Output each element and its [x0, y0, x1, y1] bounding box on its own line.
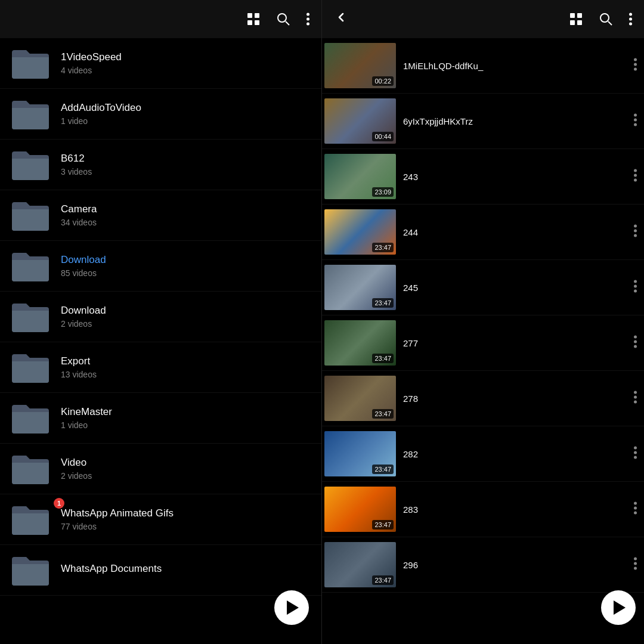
folder-item-whatsappgifs[interactable]: 1 WhatsApp Animated Gifs 77 videos: [0, 494, 321, 545]
video-item-v6[interactable]: 23:47 277: [322, 315, 644, 371]
svg-rect-1: [255, 13, 259, 18]
folder-info: Download 2 videos: [61, 305, 312, 329]
video-more-btn[interactable]: [631, 552, 639, 578]
folder-info: Download 85 videos: [61, 254, 312, 278]
video-name: 277: [403, 338, 631, 348]
folder-item-download2[interactable]: Download 2 videos: [0, 292, 321, 342]
video-item-v1[interactable]: 00:22 1MiELhLQD-ddfKu_: [322, 38, 644, 94]
video-thumbnail: 23:47: [324, 209, 396, 255]
back-button[interactable]: [332, 8, 351, 30]
folder-item-whatsappdocs[interactable]: WhatsApp Documents: [0, 545, 321, 596]
video-item-v9[interactable]: 23:47 283: [322, 482, 644, 537]
video-item-v2[interactable]: 00:44 6yIxTxpjjdHKxTrz: [322, 94, 644, 149]
video-name: 245: [403, 283, 631, 293]
folder-name: Camera: [61, 203, 312, 215]
folder-item-camera[interactable]: Camera 34 videos: [0, 190, 321, 241]
duration-badge: 23:47: [372, 409, 394, 419]
folder-count: 2 videos: [61, 471, 312, 481]
svg-point-37: [634, 395, 637, 398]
folder-name: WhatsApp Documents: [61, 563, 312, 575]
video-more-btn[interactable]: [631, 441, 639, 467]
folder-icon: [10, 451, 51, 487]
video-thumbnail: 23:47: [324, 376, 396, 421]
duration-badge: 23:47: [372, 465, 394, 474]
video-more-btn[interactable]: [631, 109, 639, 134]
video-item-v7[interactable]: 23:47 278: [322, 371, 644, 426]
folder-name: Download: [61, 254, 312, 266]
duration-badge: 23:47: [372, 243, 394, 252]
left-search-btn[interactable]: [274, 10, 292, 28]
folder-icon: [10, 299, 51, 335]
folder-count: 1 video: [61, 116, 312, 126]
folder-icon-wrapper: [10, 248, 61, 284]
folder-info: B612 3 videos: [61, 153, 312, 177]
svg-point-28: [634, 229, 637, 232]
svg-point-20: [634, 67, 637, 70]
video-more-btn[interactable]: [631, 497, 639, 522]
right-play-fab[interactable]: [601, 590, 636, 625]
left-play-fab[interactable]: [274, 590, 309, 625]
svg-point-43: [634, 506, 637, 509]
video-item-v4[interactable]: 23:47 244: [322, 205, 644, 260]
svg-point-31: [634, 284, 637, 287]
folder-item-export[interactable]: Export 13 videos: [0, 342, 321, 393]
svg-point-46: [634, 562, 637, 565]
folder-name: AddAudioToVideo: [61, 102, 312, 114]
notification-badge: 1: [54, 498, 64, 509]
folder-item-b612[interactable]: B612 3 videos: [0, 140, 321, 190]
folder-info: Video 2 videos: [61, 457, 312, 481]
left-header: [0, 0, 321, 38]
video-more-btn[interactable]: [631, 386, 639, 411]
svg-point-42: [634, 501, 637, 504]
folder-item-1videospeed[interactable]: 1VideoSpeed 4 videos: [0, 38, 321, 89]
video-thumbnail: 23:47: [324, 265, 396, 310]
svg-point-38: [634, 400, 637, 403]
svg-rect-12: [577, 20, 582, 25]
right-grid-btn[interactable]: [567, 10, 585, 28]
svg-point-36: [634, 391, 637, 394]
svg-point-15: [629, 13, 632, 16]
folder-icon-wrapper: [10, 451, 61, 487]
video-item-v3[interactable]: 23:09 243: [322, 149, 644, 205]
folder-info: WhatsApp Animated Gifs 77 videos: [61, 507, 312, 531]
video-thumbnail: 00:22: [324, 43, 396, 88]
folder-icon: [10, 248, 51, 284]
svg-point-30: [634, 280, 637, 283]
folder-item-download85[interactable]: Download 85 videos: [0, 241, 321, 292]
right-more-btn[interactable]: [627, 10, 634, 28]
video-name: 283: [403, 504, 631, 515]
svg-point-26: [634, 178, 637, 181]
folder-icon-wrapper: [10, 147, 61, 182]
folder-icon: [10, 197, 51, 233]
video-item-v10[interactable]: 23:47 296: [322, 537, 644, 593]
folder-icon: [10, 45, 51, 81]
video-thumbnail: 23:09: [324, 154, 396, 199]
left-more-btn[interactable]: [304, 10, 312, 28]
video-more-btn[interactable]: [631, 330, 639, 356]
right-search-btn[interactable]: [597, 10, 615, 28]
video-more-btn[interactable]: [631, 164, 639, 190]
folder-count: 3 videos: [61, 167, 312, 177]
svg-point-41: [634, 456, 637, 459]
duration-badge: 00:22: [372, 76, 394, 86]
video-more-btn[interactable]: [631, 219, 639, 245]
svg-point-19: [634, 63, 637, 66]
app-container: 1VideoSpeed 4 videos AddAudioToVideo 1 v…: [0, 0, 644, 644]
left-grid-btn[interactable]: [244, 10, 262, 28]
duration-badge: 23:47: [372, 298, 394, 308]
folder-item-video[interactable]: Video 2 videos: [0, 444, 321, 494]
folder-info: Export 13 videos: [61, 355, 312, 379]
svg-point-6: [306, 13, 309, 16]
folder-item-addaudiotovideo[interactable]: AddAudioToVideo 1 video: [0, 89, 321, 140]
play-icon-right: [614, 600, 626, 615]
svg-point-34: [634, 340, 637, 343]
video-item-v8[interactable]: 23:47 282: [322, 426, 644, 482]
video-more-btn[interactable]: [631, 275, 639, 301]
folder-item-kinemaster[interactable]: KineMaster 1 video: [0, 393, 321, 444]
svg-point-21: [634, 113, 637, 116]
svg-line-14: [608, 21, 612, 25]
folder-name: KineMaster: [61, 406, 312, 418]
video-more-btn[interactable]: [631, 53, 639, 79]
duration-badge: 23:09: [372, 187, 394, 197]
video-item-v5[interactable]: 23:47 245: [322, 260, 644, 315]
